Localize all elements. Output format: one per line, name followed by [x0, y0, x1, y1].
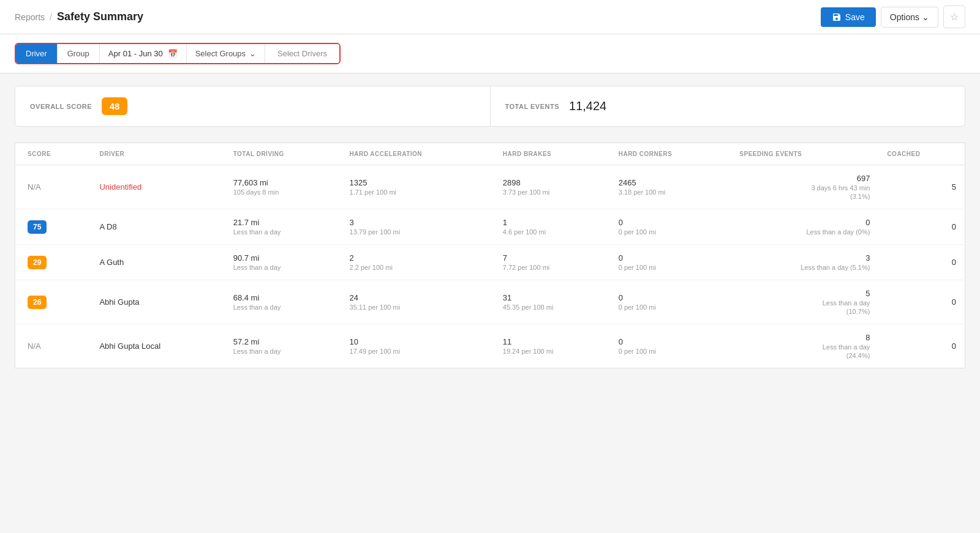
driver-name-link[interactable]: Unidentified — [99, 182, 141, 192]
filter-bar: Driver Group Apr 01 - Jun 30 📅 Select Gr… — [0, 34, 980, 73]
score-badge-orange: 26 — [28, 296, 47, 309]
driver-name: A Guth — [99, 258, 124, 267]
data-table: SCORE DRIVER TOTAL DRIVING HARD ACCELERA… — [15, 143, 965, 368]
total-driving-main: 21.7 mi — [233, 218, 333, 227]
hard-brakes-sub: 4.6 per 100 mi — [503, 228, 601, 236]
speeding-sub: Less than a day — [739, 299, 870, 307]
hard-accel-sub: 35.11 per 100 mi — [350, 304, 486, 311]
hard-corners-main: 0 — [619, 293, 723, 302]
speeding-sub: Less than a day (0%) — [739, 228, 870, 236]
driver-cell: A D8 — [91, 209, 224, 245]
total-driving-cell: 90.7 mi Less than a day — [225, 245, 341, 280]
hard-corners-main: 2465 — [619, 178, 723, 187]
hard-brakes-sub: 19.24 per 100 mi — [503, 348, 601, 355]
hard-brakes-main: 2898 — [503, 178, 601, 187]
coached-cell: 0 — [878, 280, 965, 324]
hard-accel-main: 1325 — [350, 178, 486, 187]
hard-corners-sub: 0 per 100 mi — [619, 348, 723, 355]
hard-accel-sub: 17.49 per 100 mi — [350, 348, 486, 355]
hard-accel-sub: 2.2 per 100 mi — [350, 264, 486, 271]
total-events-label: TOTAL EVENTS — [505, 103, 560, 110]
total-driving-cell: 68.4 mi Less than a day — [225, 280, 341, 324]
table-row: 26 Abhi Gupta 68.4 mi Less than a day 24… — [15, 280, 965, 324]
table-row: N/A Abhi Gupta Local 57.2 mi Less than a… — [15, 324, 965, 368]
speeding-cell: 8 Less than a day(24.4%) — [731, 324, 878, 368]
table-row: 75 A D8 21.7 mi Less than a day 3 13.79 … — [15, 209, 965, 245]
breadcrumb-reports[interactable]: Reports — [15, 12, 45, 22]
score-badge-blue: 75 — [28, 220, 47, 234]
total-driving-sub: Less than a day — [233, 304, 333, 311]
total-driving-main: 68.4 mi — [233, 293, 333, 302]
breadcrumb-area: Reports / Safety Summary — [15, 10, 143, 23]
select-drivers-input[interactable]: Select Drivers — [265, 44, 339, 63]
coached-cell: 0 — [878, 245, 965, 280]
speeding-main: 3 — [739, 253, 870, 263]
hard-corners-sub: 0 per 100 mi — [619, 304, 723, 311]
speeding-main: 0 — [739, 218, 870, 227]
hard-brakes-sub: 45.35 per 100 mi — [503, 304, 601, 311]
score-cell: N/A — [15, 324, 91, 368]
overall-score-item: OVERALL SCORE 48 — [15, 86, 490, 126]
hard-accel-cell: 24 35.11 per 100 mi — [341, 280, 494, 324]
hard-accel-main: 2 — [350, 253, 486, 263]
hard-accel-cell: 3 13.79 per 100 mi — [341, 209, 494, 245]
table-section: SCORE DRIVER TOTAL DRIVING HARD ACCELERA… — [0, 133, 980, 378]
col-total-driving: TOTAL DRIVING — [225, 143, 341, 165]
hard-brakes-cell: 7 7.72 per 100 mi — [494, 245, 610, 280]
total-driving-sub: Less than a day — [233, 348, 333, 355]
table-row: 29 A Guth 90.7 mi Less than a day 2 2.2 … — [15, 245, 965, 280]
total-driving-cell: 21.7 mi Less than a day — [225, 209, 341, 245]
hard-brakes-main: 11 — [503, 337, 601, 346]
select-groups-dropdown[interactable]: Select Groups ⌄ — [186, 44, 265, 63]
page-title: Safety Summary — [57, 10, 143, 23]
tab-group[interactable]: Group — [57, 44, 99, 63]
speeding-main: 697 — [739, 174, 870, 183]
save-icon — [832, 12, 842, 22]
hard-accel-sub: 1.71 per 100 mi — [350, 188, 486, 196]
driver-name: Abhi Gupta — [99, 297, 139, 307]
hard-corners-cell: 0 0 per 100 mi — [610, 280, 731, 324]
save-button[interactable]: Save — [821, 7, 876, 27]
summary-section: OVERALL SCORE 48 TOTAL EVENTS 11,424 — [0, 73, 980, 133]
hard-accel-sub: 13.79 per 100 mi — [350, 228, 486, 236]
options-button[interactable]: Options ⌄ — [881, 7, 938, 28]
date-range-picker[interactable]: Apr 01 - Jun 30 📅 — [99, 44, 186, 63]
total-driving-sub: Less than a day — [233, 264, 333, 271]
speeding-sub2: (24.4%) — [739, 352, 870, 359]
hard-accel-cell: 10 17.49 per 100 mi — [341, 324, 494, 368]
filter-container: Driver Group Apr 01 - Jun 30 📅 Select Gr… — [15, 43, 341, 64]
hard-brakes-cell: 2898 3.73 per 100 mi — [494, 165, 610, 209]
hard-brakes-main: 1 — [503, 218, 601, 227]
driver-cell: Abhi Gupta — [91, 280, 224, 324]
hard-brakes-main: 7 — [503, 253, 601, 263]
speeding-cell: 5 Less than a day(10.7%) — [731, 280, 878, 324]
col-score: SCORE — [15, 143, 91, 165]
hard-corners-cell: 0 0 per 100 mi — [610, 245, 731, 280]
speeding-cell: 0 Less than a day (0%) — [731, 209, 878, 245]
coached-cell: 0 — [878, 324, 965, 368]
col-speeding: SPEEDING EVENTS — [731, 143, 878, 165]
driver-cell: Unidentified — [91, 165, 224, 209]
hard-brakes-main: 31 — [503, 293, 601, 302]
hard-accel-main: 24 — [350, 293, 486, 302]
score-cell: 75 — [15, 209, 91, 245]
table-header-row: SCORE DRIVER TOTAL DRIVING HARD ACCELERA… — [15, 143, 965, 165]
chevron-down-icon: ⌄ — [249, 49, 256, 58]
driver-name: Abhi Gupta Local — [99, 341, 160, 351]
total-driving-cell: 77,603 mi 105 days 8 min — [225, 165, 341, 209]
speeding-sub: Less than a day (5.1%) — [739, 264, 870, 271]
hard-corners-main: 0 — [619, 218, 723, 227]
favorite-button[interactable]: ☆ — [943, 6, 965, 28]
speeding-cell: 3 Less than a day (5.1%) — [731, 245, 878, 280]
col-coached: COACHED — [878, 143, 965, 165]
hard-brakes-sub: 3.73 per 100 mi — [503, 188, 601, 196]
hard-accel-cell: 1325 1.71 per 100 mi — [341, 165, 494, 209]
hard-brakes-sub: 7.72 per 100 mi — [503, 264, 601, 271]
total-driving-main: 77,603 mi — [233, 178, 333, 187]
breadcrumb-separator: / — [50, 12, 52, 22]
driver-cell: A Guth — [91, 245, 224, 280]
hard-corners-cell: 0 0 per 100 mi — [610, 324, 731, 368]
total-events-value: 11,424 — [569, 99, 606, 113]
chevron-down-icon: ⌄ — [922, 12, 929, 22]
tab-driver[interactable]: Driver — [16, 44, 57, 63]
